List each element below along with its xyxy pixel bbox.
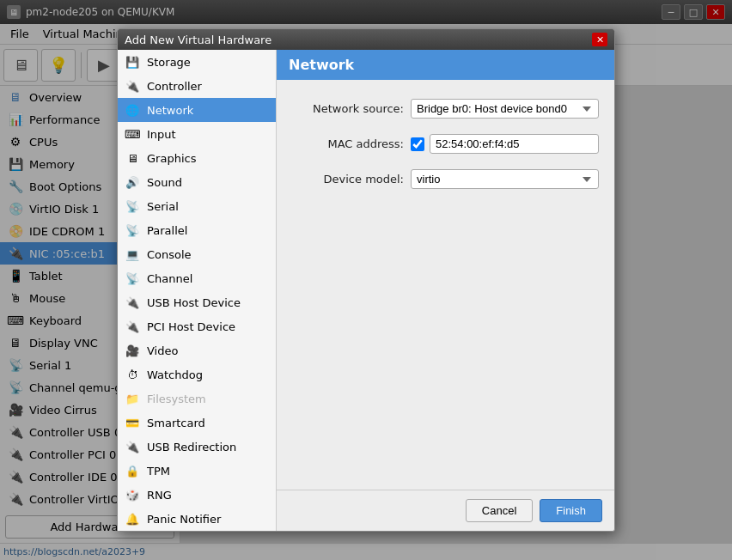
network-icon: 🌐	[125, 102, 140, 118]
dialog-content-header: Network	[277, 50, 614, 80]
dialog-sidebar-label-filesystem: Filesystem	[147, 393, 206, 405]
dialog-sidebar-label-sound: Sound	[147, 176, 182, 189]
dialog-sidebar-rng[interactable]: 🎲 RNG	[118, 483, 276, 507]
usb-host-device-icon: 🔌	[125, 295, 140, 310]
device-model-row: Device model: virtio e1000 rtl8139	[292, 169, 599, 189]
dialog-sidebar-input[interactable]: ⌨ Input	[118, 122, 276, 146]
dialog-form: Network source: Bridge br0: Host device …	[277, 92, 614, 196]
dialog-sidebar-smartcard[interactable]: 💳 Smartcard	[118, 411, 276, 435]
dialog-sidebar-label-channel: Channel	[147, 272, 192, 285]
filesystem-icon: 📁	[125, 391, 140, 406]
dialog-sidebar-label-controller: Controller	[147, 80, 202, 93]
network-source-row: Network source: Bridge br0: Host device …	[292, 99, 599, 119]
dialog-sidebar: 💾 Storage 🔌 Controller 🌐 Network ⌨ Input	[118, 50, 277, 531]
serial-icon: 📡	[125, 198, 140, 214]
usb-redirection-icon: 🔌	[125, 439, 140, 454]
tpm-icon: 🔒	[125, 463, 140, 478]
device-model-control: virtio e1000 rtl8139	[411, 169, 599, 189]
dialog-sidebar-label-usb-host-device: USB Host Device	[147, 296, 241, 309]
dialog-sidebar-usb-host-device[interactable]: 🔌 USB Host Device	[118, 290, 276, 314]
controller-icon: 🔌	[125, 78, 140, 94]
pci-host-device-icon: 🔌	[125, 319, 140, 334]
dialog-content-panel: Network Network source: Bridge br0: Host…	[277, 50, 614, 531]
dialog-sidebar-label-parallel: Parallel	[147, 224, 187, 237]
dialog-sidebar-pci-host-device[interactable]: 🔌 PCI Host Device	[118, 314, 276, 338]
dialog-sidebar-label-tpm: TPM	[147, 465, 170, 478]
dialog-sidebar-sound[interactable]: 🔊 Sound	[118, 170, 276, 194]
mac-address-checkbox[interactable]	[411, 137, 424, 151]
network-source-control: Bridge br0: Host device bond0	[411, 99, 599, 119]
dialog-sidebar-storage[interactable]: 💾 Storage	[118, 50, 276, 74]
mac-address-label: MAC address:	[292, 137, 404, 150]
finish-button[interactable]: Finish	[540, 499, 602, 522]
dialog-sidebar-video[interactable]: 🎥 Video	[118, 338, 276, 362]
dialog-footer: Cancel Finish	[277, 490, 614, 531]
dialog-sidebar-usb-redirection[interactable]: 🔌 USB Redirection	[118, 435, 276, 459]
dialog-body: 💾 Storage 🔌 Controller 🌐 Network ⌨ Input	[118, 50, 614, 531]
dialog-sidebar-tpm[interactable]: 🔒 TPM	[118, 459, 276, 483]
dialog-title-bar: Add New Virtual Hardware ✕	[118, 29, 614, 50]
dialog-sidebar-label-smartcard: Smartcard	[147, 417, 205, 429]
device-model-select[interactable]: virtio e1000 rtl8139	[411, 169, 599, 189]
parallel-icon: 📡	[125, 222, 140, 238]
dialog-sidebar-label-serial: Serial	[147, 200, 179, 213]
graphics-icon: 🖥	[125, 150, 140, 166]
dialog-sidebar-graphics[interactable]: 🖥 Graphics	[118, 146, 276, 170]
dialog-sidebar-label-input: Input	[147, 128, 176, 141]
dialog-sidebar-label-video: Video	[147, 344, 178, 357]
dialog-sidebar-parallel[interactable]: 📡 Parallel	[118, 218, 276, 242]
dialog-sidebar-label-console: Console	[147, 248, 192, 261]
mac-address-row: MAC address:	[292, 134, 599, 154]
storage-icon: 💾	[125, 54, 140, 70]
dialog-sidebar-label-usb-redirection: USB Redirection	[147, 441, 236, 453]
mac-address-control	[411, 134, 599, 154]
add-hardware-dialog: Add New Virtual Hardware ✕ 💾 Storage 🔌 C…	[117, 28, 615, 532]
network-source-select[interactable]: Bridge br0: Host device bond0	[411, 99, 599, 119]
panic-notifier-icon: 🔔	[125, 511, 140, 527]
dialog-sidebar-controller[interactable]: 🔌 Controller	[118, 74, 276, 98]
rng-icon: 🎲	[125, 487, 140, 502]
watchdog-icon: ⏱	[125, 367, 140, 382]
dialog-sidebar-label-storage: Storage	[147, 56, 191, 69]
smartcard-icon: 💳	[125, 415, 140, 430]
sound-icon: 🔊	[125, 174, 140, 190]
dialog-sidebar-watchdog[interactable]: ⏱ Watchdog	[118, 362, 276, 387]
dialog-close-button[interactable]: ✕	[592, 33, 607, 46]
dialog-sidebar-channel[interactable]: 📡 Channel	[118, 266, 276, 290]
dialog-sidebar-console[interactable]: 💻 Console	[118, 242, 276, 266]
cancel-button[interactable]: Cancel	[466, 499, 533, 522]
dialog-sidebar-label-network: Network	[147, 104, 193, 117]
input-icon: ⌨	[125, 126, 140, 142]
main-window: 🖥 pm2-node205 on QEMU/KVM ─ □ ✕ File Vir…	[0, 0, 732, 560]
dialog-sidebar-label-graphics: Graphics	[147, 152, 196, 165]
dialog-sidebar-label-pci-host-device: PCI Host Device	[147, 320, 235, 333]
dialog-sidebar-panic-notifier[interactable]: 🔔 Panic Notifier	[118, 507, 276, 531]
dialog-title: Add New Virtual Hardware	[125, 33, 271, 46]
dialog-overlay: Add New Virtual Hardware ✕ 💾 Storage 🔌 C…	[0, 0, 732, 560]
dialog-sidebar-serial[interactable]: 📡 Serial	[118, 194, 276, 218]
channel-icon: 📡	[125, 271, 140, 286]
dialog-sidebar-label-rng: RNG	[147, 489, 172, 502]
video-icon: 🎥	[125, 343, 140, 358]
dialog-sidebar-label-watchdog: Watchdog	[147, 368, 203, 381]
dialog-sidebar-network[interactable]: 🌐 Network	[118, 98, 276, 122]
mac-address-input[interactable]	[430, 134, 599, 154]
console-icon: 💻	[125, 247, 140, 262]
device-model-label: Device model:	[292, 173, 404, 186]
network-source-label: Network source:	[292, 102, 404, 115]
dialog-sidebar-label-panic-notifier: Panic Notifier	[147, 513, 221, 526]
dialog-sidebar-filesystem: 📁 Filesystem	[118, 387, 276, 411]
